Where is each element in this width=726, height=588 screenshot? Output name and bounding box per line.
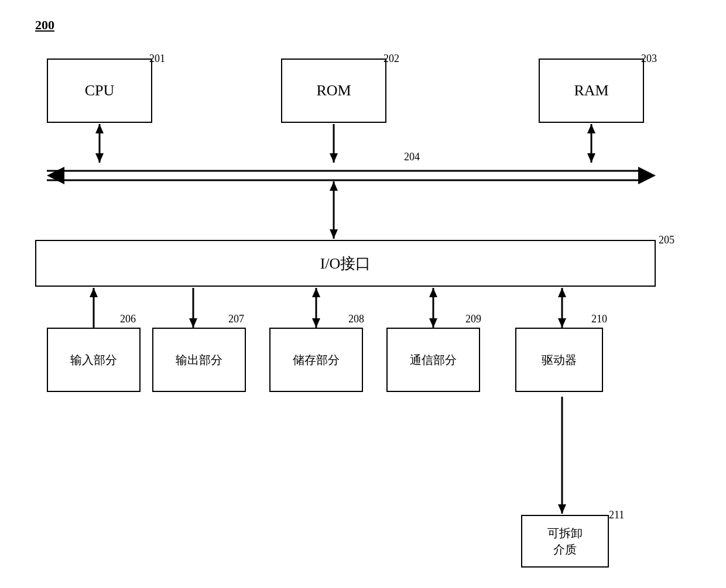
svg-marker-27	[558, 318, 566, 328]
storage-ref: 208	[348, 313, 364, 325]
diagram-container: 200 CPU 201 ROM 202 RAM 203 204	[35, 18, 691, 568]
input-box: 输入部分	[47, 328, 141, 392]
svg-marker-21	[312, 318, 320, 328]
io-ref: 205	[659, 234, 674, 246]
svg-marker-6	[587, 124, 595, 133]
svg-marker-18	[189, 318, 197, 328]
communication-box: 通信部分	[386, 328, 480, 392]
driver-box: 驱动器	[515, 328, 603, 392]
svg-marker-7	[587, 153, 595, 163]
io-label: I/O接口	[320, 253, 371, 274]
diagram-svg	[35, 18, 679, 573]
output-ref: 207	[228, 313, 244, 325]
svg-marker-1	[95, 124, 104, 133]
svg-marker-2	[95, 153, 104, 163]
svg-marker-13	[330, 181, 338, 191]
input-label: 输入部分	[70, 352, 117, 368]
storage-box: 储存部分	[269, 328, 363, 392]
svg-marker-26	[558, 288, 566, 297]
io-box: I/O接口	[35, 240, 656, 287]
input-ref: 206	[120, 313, 136, 325]
svg-marker-11	[638, 167, 656, 184]
svg-marker-29	[558, 504, 566, 514]
svg-marker-20	[312, 288, 320, 297]
media-ref: 211	[609, 509, 624, 521]
svg-marker-16	[90, 288, 98, 297]
storage-label: 储存部分	[293, 352, 340, 368]
svg-marker-24	[429, 318, 437, 328]
communication-ref: 209	[465, 313, 481, 325]
driver-label: 驱动器	[542, 352, 577, 368]
output-label: 输出部分	[176, 352, 222, 368]
svg-marker-14	[330, 229, 338, 239]
svg-marker-4	[330, 153, 338, 163]
svg-marker-23	[429, 288, 437, 297]
output-box: 输出部分	[152, 328, 246, 392]
communication-label: 通信部分	[410, 352, 457, 368]
svg-marker-10	[47, 167, 64, 184]
media-label: 可拆卸 介质	[547, 525, 583, 558]
media-box: 可拆卸 介质	[521, 515, 609, 568]
driver-ref: 210	[591, 313, 607, 325]
